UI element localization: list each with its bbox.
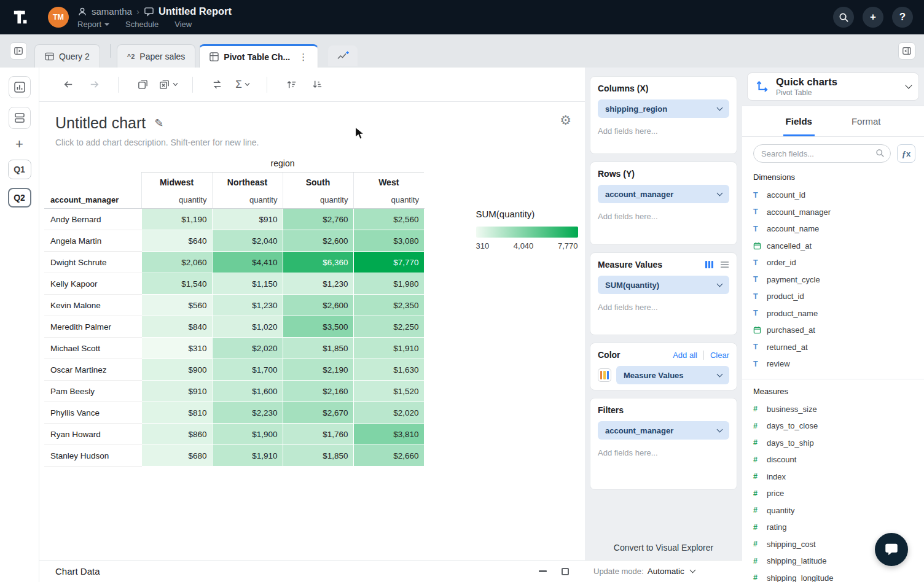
pivot-cell[interactable]: $1,600 bbox=[212, 381, 283, 402]
color-field-pill[interactable]: Measure Values bbox=[616, 366, 729, 384]
chevron-down-icon[interactable] bbox=[717, 281, 723, 287]
column-header[interactable]: West bbox=[353, 173, 424, 192]
column-header[interactable]: South bbox=[283, 173, 353, 192]
quick-charts-selector[interactable]: Quick charts Pivot Table bbox=[747, 72, 919, 101]
field-item-payment_cycle[interactable]: Tpayment_cycle bbox=[742, 271, 924, 289]
forward-button[interactable] bbox=[84, 74, 104, 95]
pivot-row-label[interactable]: Meredith Palmer bbox=[44, 316, 141, 338]
color-add-all-link[interactable]: Add all bbox=[673, 351, 697, 360]
field-item-order_id[interactable]: Torder_id bbox=[742, 254, 924, 271]
pivot-cell[interactable]: $2,020 bbox=[212, 338, 283, 359]
query-2-shortcut[interactable]: Q2 bbox=[8, 188, 31, 208]
field-item-review[interactable]: Treview bbox=[742, 355, 924, 373]
search-button[interactable] bbox=[833, 7, 854, 28]
pivot-cell[interactable]: $2,670 bbox=[283, 402, 353, 424]
pivot-cell[interactable]: $2,190 bbox=[283, 359, 353, 381]
pivot-row-label[interactable]: Pam Beesly bbox=[44, 381, 141, 402]
open-left-panel-button[interactable] bbox=[10, 42, 27, 60]
pivot-row-label[interactable]: Oscar Martinez bbox=[44, 359, 141, 381]
rows-y-dropzone[interactable]: Add fields here... bbox=[598, 212, 729, 221]
chart-title[interactable]: Untitled chart bbox=[55, 114, 146, 132]
pivot-row-label[interactable]: Kevin Malone bbox=[44, 295, 141, 316]
field-item-price[interactable]: #price bbox=[742, 485, 924, 502]
tab-pivot-table-chart[interactable]: Pivot Table Ch... ⋮ bbox=[199, 44, 318, 68]
field-item-account_manager[interactable]: Taccount_manager bbox=[742, 204, 924, 221]
pivot-cell[interactable]: $2,230 bbox=[212, 402, 283, 424]
pivot-cell[interactable]: $910 bbox=[212, 209, 283, 230]
field-item-index[interactable]: #index bbox=[742, 468, 924, 486]
query-1-shortcut[interactable]: Q1 bbox=[8, 160, 31, 179]
pivot-row-label[interactable]: Phyllis Vance bbox=[44, 402, 141, 424]
pivot-row-label[interactable]: Stanley Hudson bbox=[44, 445, 141, 467]
search-fields-input[interactable] bbox=[753, 144, 891, 163]
pivot-cell[interactable]: $2,600 bbox=[283, 230, 353, 252]
pivot-row-label[interactable]: Angela Martin bbox=[44, 230, 141, 252]
chevron-down-icon[interactable] bbox=[717, 190, 723, 196]
pivot-cell[interactable]: $6,360 bbox=[283, 252, 353, 273]
pivot-cell[interactable]: $1,230 bbox=[283, 273, 353, 295]
field-item-quantity[interactable]: #quantity bbox=[742, 502, 924, 519]
queries-shortcut-button[interactable] bbox=[9, 107, 31, 129]
field-item-discount[interactable]: #discount bbox=[742, 451, 924, 468]
pivot-cell[interactable]: $1,910 bbox=[212, 445, 283, 467]
row-dimension-header[interactable]: account_manager bbox=[44, 192, 141, 209]
color-clear-link[interactable]: Clear bbox=[703, 351, 729, 360]
pivot-cell[interactable]: $310 bbox=[141, 338, 212, 359]
pivot-cell[interactable]: $1,150 bbox=[212, 273, 283, 295]
pivot-cell[interactable]: $900 bbox=[141, 359, 212, 381]
field-item-days_to_ship[interactable]: #days_to_ship bbox=[742, 435, 924, 452]
app-logo[interactable] bbox=[12, 8, 31, 26]
column-header[interactable]: Midwest bbox=[141, 173, 212, 192]
chart-settings-icon[interactable]: ⚙ bbox=[560, 113, 571, 128]
sort-descending-button[interactable] bbox=[307, 74, 327, 95]
menu-view[interactable]: View bbox=[174, 20, 192, 29]
aggregate-button[interactable]: Σ bbox=[232, 74, 253, 95]
open-right-panel-button[interactable] bbox=[898, 42, 915, 60]
pivot-cell[interactable]: $840 bbox=[141, 316, 212, 338]
pivot-cell[interactable]: $3,500 bbox=[283, 316, 353, 338]
chart-shortcut-button[interactable] bbox=[9, 76, 31, 98]
pivot-cell[interactable]: $1,910 bbox=[353, 338, 424, 359]
tab-fields[interactable]: Fields bbox=[783, 106, 815, 136]
add-button[interactable]: + bbox=[863, 7, 883, 28]
field-item-product_name[interactable]: Tproduct_name bbox=[742, 305, 924, 322]
sort-ascending-button[interactable] bbox=[281, 74, 302, 95]
field-item-cancelled_at[interactable]: cancelled_at bbox=[742, 238, 924, 255]
filters-dropzone[interactable]: Add fields here... bbox=[598, 448, 729, 457]
chevron-down-icon[interactable] bbox=[905, 82, 912, 88]
field-item-business_size[interactable]: #business_size bbox=[742, 401, 924, 418]
pivot-row-label[interactable]: Michael Scott bbox=[44, 338, 141, 359]
field-item-account_name[interactable]: Taccount_name bbox=[742, 220, 924, 238]
pivot-cell[interactable]: $1,190 bbox=[141, 209, 212, 230]
user-avatar[interactable]: TM bbox=[48, 7, 69, 28]
tab-format[interactable]: Format bbox=[849, 106, 883, 136]
field-item-returned_at[interactable]: Treturned_at bbox=[742, 339, 924, 356]
expand-icon[interactable] bbox=[562, 568, 569, 575]
pivot-cell[interactable]: $2,020 bbox=[353, 402, 424, 424]
field-item-rating[interactable]: #rating bbox=[742, 519, 924, 536]
edit-title-icon[interactable]: ✎ bbox=[154, 117, 163, 130]
pivot-row-label[interactable]: Ryan Howard bbox=[44, 424, 141, 445]
palette-icon[interactable] bbox=[598, 368, 611, 382]
columns-x-field-pill[interactable]: shipping_region bbox=[598, 99, 729, 118]
pivot-cell[interactable]: $1,850 bbox=[283, 338, 353, 359]
tab-query-2[interactable]: Query 2 bbox=[34, 44, 100, 68]
measure-values-field-pill[interactable]: SUM(quantity) bbox=[598, 276, 729, 294]
pivot-cell[interactable]: $1,020 bbox=[212, 316, 283, 338]
pivot-cell[interactable]: $1,230 bbox=[212, 295, 283, 316]
chart-description-placeholder[interactable]: Click to add chart description. Shift-en… bbox=[55, 138, 569, 147]
back-button[interactable] bbox=[58, 74, 79, 95]
pivot-cell[interactable]: $2,560 bbox=[353, 209, 424, 230]
menu-schedule[interactable]: Schedule bbox=[125, 20, 159, 29]
pivot-cell[interactable]: $810 bbox=[141, 402, 212, 424]
help-button[interactable]: ? bbox=[892, 7, 913, 28]
chevron-down-icon[interactable] bbox=[717, 371, 723, 377]
pivot-cell[interactable]: $3,810 bbox=[353, 424, 424, 445]
pivot-cell[interactable]: $1,540 bbox=[141, 273, 212, 295]
remove-chart-button[interactable] bbox=[158, 74, 179, 95]
convert-to-visual-explorer-link[interactable]: Convert to Visual Explorer bbox=[585, 543, 742, 560]
chat-launcher-button[interactable] bbox=[875, 533, 908, 566]
column-header[interactable]: Northeast bbox=[212, 173, 283, 192]
pivot-cell[interactable]: $560 bbox=[141, 295, 212, 316]
new-chart-tab-button[interactable] bbox=[328, 45, 358, 66]
